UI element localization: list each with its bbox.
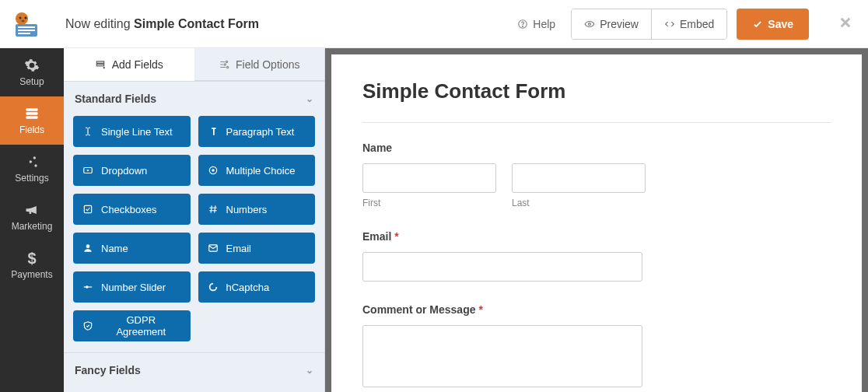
svg-point-15 xyxy=(30,160,32,163)
tab-add-fields[interactable]: Add Fields xyxy=(64,48,194,81)
svg-point-28 xyxy=(86,244,90,248)
field-label: Checkboxes xyxy=(101,204,157,215)
close-icon xyxy=(838,16,852,30)
field-label: Numbers xyxy=(226,204,268,215)
field-gdpr-agreement[interactable]: GDPR Agreement xyxy=(73,310,191,341)
form-field-email[interactable]: Email * xyxy=(362,230,831,282)
svg-point-21 xyxy=(226,61,227,62)
comment-textarea[interactable] xyxy=(362,325,642,387)
first-sublabel: First xyxy=(362,198,496,208)
field-multiple-choice[interactable]: Multiple Choice xyxy=(198,155,316,186)
sidebar-item-settings[interactable]: Settings xyxy=(0,145,64,193)
form-canvas: Simple Contact Form Name First Last Emai… xyxy=(331,54,862,392)
section-fancy-label: Fancy Fields xyxy=(75,364,141,376)
tab-field-options[interactable]: Field Options xyxy=(194,48,325,81)
field-paragraph-text[interactable]: Paragraph Text xyxy=(198,116,316,147)
form-title: Simple Contact Form xyxy=(362,79,831,103)
now-editing-text: Now editing Simple Contact Form xyxy=(65,17,259,31)
first-name-input[interactable] xyxy=(362,163,496,193)
tab-add-fields-label: Add Fields xyxy=(112,58,163,71)
svg-point-3 xyxy=(22,19,25,22)
name-label: Name xyxy=(362,142,831,154)
gear-icon xyxy=(24,58,40,73)
envelope-icon xyxy=(208,243,219,254)
section-standard-fields[interactable]: Standard Fields ⌄ xyxy=(64,81,324,116)
sliders-icon xyxy=(24,154,40,170)
user-icon xyxy=(82,243,93,254)
svg-rect-7 xyxy=(18,33,30,34)
field-dropdown[interactable]: Dropdown xyxy=(73,155,191,186)
field-label: Email xyxy=(226,243,252,254)
svg-point-14 xyxy=(33,156,36,159)
help-button[interactable]: Help xyxy=(511,13,562,35)
sidebar-label-payments: Payments xyxy=(11,269,52,280)
sidebar-label-settings: Settings xyxy=(15,173,48,184)
check-icon xyxy=(752,19,763,30)
email-label-text: Email xyxy=(362,230,391,243)
svg-rect-11 xyxy=(26,108,38,110)
form-field-name[interactable]: Name First Last xyxy=(362,142,831,208)
editing-form-name: Simple Contact Form xyxy=(134,17,259,30)
checkbox-icon xyxy=(82,204,93,215)
email-label: Email * xyxy=(362,230,831,243)
eye-icon xyxy=(584,19,595,30)
field-label: Dropdown xyxy=(101,165,147,177)
shield-check-icon xyxy=(82,320,93,331)
sidebar-item-setup[interactable]: Setup xyxy=(0,48,64,96)
last-name-input[interactable] xyxy=(512,163,646,193)
embed-label: Embed xyxy=(680,18,714,30)
fields-icon xyxy=(24,106,40,121)
field-label: GDPR Agreement xyxy=(101,314,181,338)
sidebar-item-payments[interactable]: $ Payments xyxy=(0,241,64,289)
field-numbers[interactable]: Numbers xyxy=(198,194,316,225)
tab-field-options-label: Field Options xyxy=(236,58,299,71)
section-fancy-fields[interactable]: Fancy Fields ⌄ xyxy=(64,352,324,387)
svg-rect-6 xyxy=(18,30,35,31)
form-field-comment[interactable]: Comment or Message * xyxy=(362,303,831,390)
field-single-line-text[interactable]: Single Line Text xyxy=(73,116,191,147)
svg-rect-13 xyxy=(26,116,38,118)
svg-point-9 xyxy=(523,26,523,26)
top-bar-actions: Help Preview Embed Save xyxy=(511,9,852,40)
section-standard-label: Standard Fields xyxy=(75,93,156,105)
wpforms-logo xyxy=(11,9,42,40)
field-label: Single Line Text xyxy=(101,126,173,138)
left-sidebar: Setup Fields Settings Marketing $ Paymen… xyxy=(0,48,64,392)
sidebar-item-fields[interactable]: Fields xyxy=(0,96,64,145)
save-button[interactable]: Save xyxy=(737,9,809,40)
sidebar-label-fields: Fields xyxy=(19,124,44,135)
svg-point-22 xyxy=(224,63,226,65)
paragraph-icon xyxy=(208,126,219,137)
svg-point-16 xyxy=(34,164,37,166)
field-number-slider[interactable]: Number Slider xyxy=(73,271,191,303)
email-input[interactable] xyxy=(362,252,642,282)
svg-rect-5 xyxy=(18,26,35,28)
comment-label: Comment or Message * xyxy=(362,303,831,316)
field-label: Multiple Choice xyxy=(226,165,296,177)
field-email[interactable]: Email xyxy=(198,233,316,264)
chevron-down-icon: ⌄ xyxy=(306,365,313,376)
field-hcaptcha[interactable]: hCaptcha xyxy=(198,271,316,303)
field-name[interactable]: Name xyxy=(73,233,191,264)
standard-fields-grid: Single Line Text Paragraph Text Dropdown… xyxy=(64,116,324,352)
preview-button[interactable]: Preview xyxy=(572,9,651,39)
chevron-down-icon: ⌄ xyxy=(306,93,313,104)
svg-point-1 xyxy=(19,16,22,19)
fields-panel: Add Fields Field Options Standard Fields… xyxy=(64,48,325,392)
sidebar-item-marketing[interactable]: Marketing xyxy=(0,193,64,241)
last-sublabel: Last xyxy=(512,198,646,208)
slider-icon xyxy=(82,282,93,292)
captcha-icon xyxy=(208,282,219,292)
hash-icon xyxy=(208,204,219,215)
field-checkboxes[interactable]: Checkboxes xyxy=(73,194,191,225)
close-button[interactable] xyxy=(838,14,852,34)
embed-button[interactable]: Embed xyxy=(651,9,726,39)
svg-point-31 xyxy=(86,285,89,289)
divider xyxy=(362,122,831,123)
field-label: Name xyxy=(101,243,128,254)
field-label: Number Slider xyxy=(101,282,166,293)
embed-icon xyxy=(664,19,675,30)
help-label: Help xyxy=(533,18,555,30)
comment-label-text: Comment or Message xyxy=(362,303,475,316)
help-icon xyxy=(517,19,528,30)
